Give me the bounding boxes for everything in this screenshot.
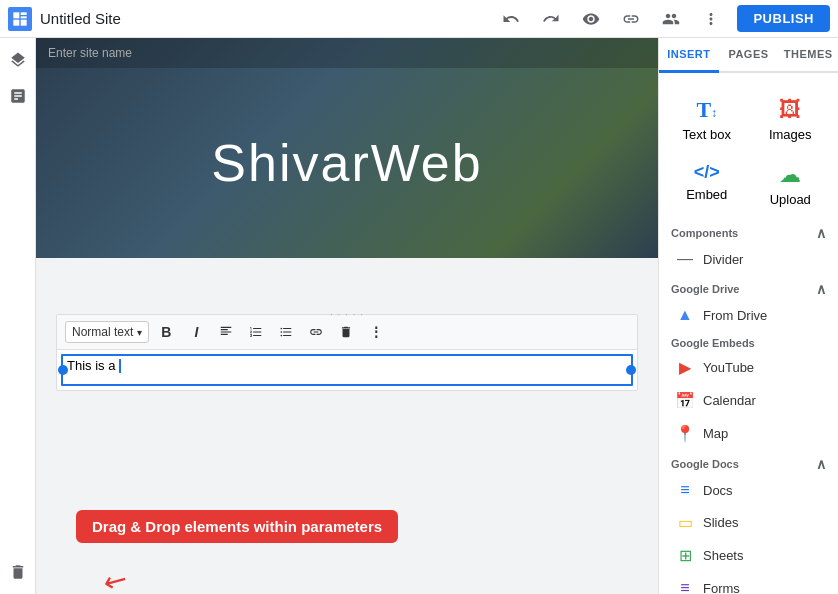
google-embeds-label: Google Embeds — [671, 337, 755, 349]
editor-text-line: This is a — [67, 358, 627, 373]
svg-rect-0 — [13, 12, 19, 18]
editor-text: This is a — [67, 358, 115, 373]
sidebar-tabs: INSERT PAGES THEMES — [659, 38, 838, 73]
embed-icon: </> — [694, 162, 720, 183]
ordered-list-button[interactable] — [243, 319, 269, 345]
app-logo — [8, 7, 32, 31]
main-layout: Enter site name ShivarWeb Drag & Drop el… — [0, 38, 838, 594]
right-sidebar: INSERT PAGES THEMES T↕ Text box 🖼 Images… — [658, 38, 838, 594]
site-title: Untitled Site — [40, 10, 121, 27]
insert-upload[interactable]: ☁ Upload — [751, 154, 831, 215]
site-header-banner: Enter site name ShivarWeb — [36, 38, 658, 258]
google-drive-label: Google Drive — [671, 283, 739, 295]
drag-drop-arrow: ↙ — [97, 560, 133, 594]
tab-themes[interactable]: THEMES — [778, 38, 838, 71]
publish-button[interactable]: PUBLISH — [737, 5, 830, 32]
calendar-icon: 📅 — [675, 391, 695, 410]
more-menu-button[interactable] — [697, 5, 725, 33]
components-label: Components — [671, 227, 738, 239]
text-editor[interactable]: · · · · · ⠿ Normal text ▾ B I — [56, 314, 638, 391]
svg-rect-4 — [21, 19, 27, 25]
insert-forms[interactable]: ≡ Forms — [659, 572, 838, 594]
editor-toolbar: Normal text ▾ B I — [57, 315, 637, 350]
dropdown-arrow-icon: ▾ — [137, 327, 142, 338]
insert-docs[interactable]: ≡ Docs — [659, 474, 838, 506]
bold-button[interactable]: B — [153, 319, 179, 345]
drag-drop-tooltip: Drag & Drop elements within parameters — [76, 510, 398, 543]
left-icon-pages[interactable] — [4, 82, 32, 110]
components-section-header: Components ∧ — [659, 219, 838, 243]
google-drive-collapse-button[interactable]: ∧ — [816, 281, 826, 297]
youtube-label: YouTube — [703, 360, 754, 375]
forms-icon: ≡ — [675, 579, 695, 594]
unordered-list-button[interactable] — [273, 319, 299, 345]
upload-icon: ☁ — [779, 162, 801, 188]
docs-label: Docs — [703, 483, 733, 498]
from-drive-label: From Drive — [703, 308, 767, 323]
selection-handle-right[interactable] — [626, 365, 636, 375]
youtube-icon: ▶ — [675, 358, 695, 377]
map-label: Map — [703, 426, 728, 441]
tab-pages[interactable]: PAGES — [719, 38, 779, 71]
svg-rect-3 — [13, 19, 19, 25]
slides-label: Slides — [703, 515, 738, 530]
link-insert-button[interactable] — [303, 319, 329, 345]
left-icon-delete[interactable] — [4, 558, 32, 586]
resize-handle-top[interactable]: · · · · · — [330, 309, 364, 320]
insert-sheets[interactable]: ⊞ Sheets — [659, 539, 838, 572]
canvas-area[interactable]: Enter site name ShivarWeb Drag & Drop el… — [36, 38, 658, 594]
more-options-button[interactable]: ⋮ — [363, 319, 389, 345]
forms-label: Forms — [703, 581, 740, 595]
left-sidebar — [0, 38, 36, 594]
drag-handle[interactable]: ⠿ — [36, 345, 37, 361]
align-button[interactable] — [213, 319, 239, 345]
from-drive-icon: ▲ — [675, 306, 695, 324]
preview-button[interactable] — [577, 5, 605, 33]
insert-calendar[interactable]: 📅 Calendar — [659, 384, 838, 417]
map-icon: 📍 — [675, 424, 695, 443]
insert-slides[interactable]: ▭ Slides — [659, 506, 838, 539]
insert-embed[interactable]: </> Embed — [667, 154, 747, 215]
canvas-blank-area[interactable] — [36, 391, 658, 511]
insert-panel: T↕ Text box 🖼 Images </> Embed ☁ Upload — [659, 73, 838, 594]
insert-from-drive[interactable]: ▲ From Drive — [659, 299, 838, 331]
calendar-label: Calendar — [703, 393, 756, 408]
svg-rect-1 — [21, 12, 27, 15]
svg-rect-2 — [21, 16, 27, 18]
insert-divider[interactable]: — Divider — [659, 243, 838, 275]
slides-icon: ▭ — [675, 513, 695, 532]
sheets-label: Sheets — [703, 548, 743, 563]
components-collapse-button[interactable]: ∧ — [816, 225, 826, 241]
topbar: Untitled Site PUBLISH — [0, 0, 838, 38]
insert-youtube[interactable]: ▶ YouTube — [659, 351, 838, 384]
images-icon: 🖼 — [779, 97, 801, 123]
text-style-dropdown[interactable]: Normal text ▾ — [65, 321, 149, 343]
italic-button[interactable]: I — [183, 319, 209, 345]
divider-label: Divider — [703, 252, 743, 267]
divider-icon: — — [675, 250, 695, 268]
undo-button[interactable] — [497, 5, 525, 33]
editor-cursor — [119, 359, 121, 373]
left-icon-layers[interactable] — [4, 46, 32, 74]
delete-element-button[interactable] — [333, 319, 359, 345]
images-label: Images — [769, 127, 812, 142]
text-box-label: Text box — [683, 127, 731, 142]
google-embeds-section-header: Google Embeds — [659, 331, 838, 351]
google-docs-section-header: Google Docs ∧ — [659, 450, 838, 474]
editor-content[interactable]: This is a — [57, 350, 637, 390]
share-button[interactable] — [657, 5, 685, 33]
embed-label: Embed — [686, 187, 727, 202]
tab-insert[interactable]: INSERT — [659, 38, 719, 73]
google-docs-label: Google Docs — [671, 458, 739, 470]
insert-text-box[interactable]: T↕ Text box — [667, 89, 747, 150]
link-button[interactable] — [617, 5, 645, 33]
insert-icons-grid: T↕ Text box 🖼 Images </> Embed ☁ Upload — [659, 81, 838, 219]
google-docs-collapse-button[interactable]: ∧ — [816, 456, 826, 472]
redo-button[interactable] — [537, 5, 565, 33]
google-drive-section-header: Google Drive ∧ — [659, 275, 838, 299]
docs-icon: ≡ — [675, 481, 695, 499]
insert-images[interactable]: 🖼 Images — [751, 89, 831, 150]
site-name-bar[interactable]: Enter site name — [36, 38, 658, 68]
sheets-icon: ⊞ — [675, 546, 695, 565]
insert-map[interactable]: 📍 Map — [659, 417, 838, 450]
